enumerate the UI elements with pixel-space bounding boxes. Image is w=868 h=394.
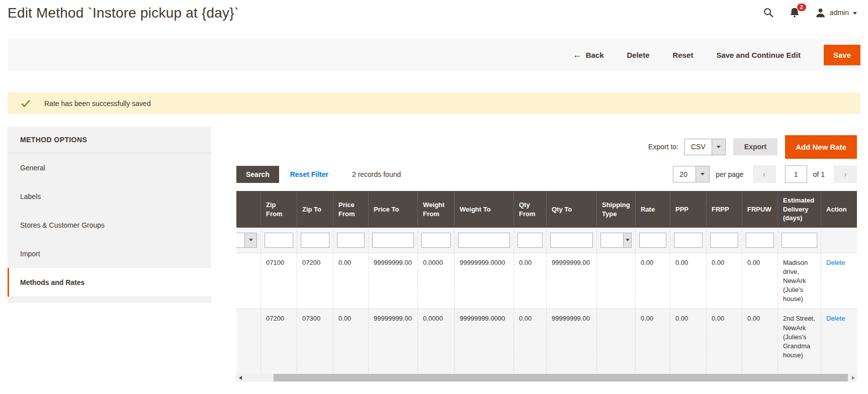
select-arrow-icon (696, 166, 709, 182)
filter-weight-to-input[interactable] (458, 233, 510, 248)
sidebar-item-import[interactable]: Import (8, 239, 211, 268)
method-options-sidebar: METHOD OPTIONS General Labels Stores & C… (8, 127, 211, 303)
table-header-row: State Zip From Zip To Price From Price T… (236, 191, 857, 228)
per-page-label: per page (716, 170, 743, 178)
records-found-text: 2 records found (352, 170, 401, 178)
sidebar-item-labels[interactable]: Labels (8, 182, 211, 211)
notification-count-badge: 2 (797, 4, 806, 11)
col-header-action[interactable]: Action (821, 191, 857, 228)
total-pages-label: of 1 (813, 170, 825, 178)
col-header-price-from[interactable]: Price From (333, 191, 369, 228)
delete-button[interactable]: Delete (627, 51, 650, 59)
grid-search-controls: Search Reset Filter 2 records found 20 p… (236, 165, 857, 183)
filter-qty-from-input[interactable] (517, 233, 543, 248)
save-button[interactable]: Save (824, 45, 860, 65)
export-button[interactable]: Export (733, 138, 777, 155)
table-row: 07100 07200 0.00 99999999.00 0.0000 9999… (236, 253, 857, 309)
col-header-frpp[interactable]: FRPP (707, 191, 742, 228)
sidebar-item-methods-and-rates[interactable]: Methods and Rates (8, 268, 211, 297)
scroll-right-arrow-icon[interactable] (850, 373, 856, 382)
reset-button[interactable]: Reset (673, 51, 693, 59)
back-arrow-icon: ← (573, 50, 582, 59)
search-icon[interactable] (763, 7, 774, 18)
col-header-shipping-type[interactable]: Shipping Type (597, 191, 636, 228)
page-actions-toolbar: ← Back Delete Reset Save and Continue Ed… (8, 39, 860, 71)
table-row: 07200 07300 0.00 99999999.00 0.0000 9999… (236, 309, 857, 374)
filter-state-select[interactable] (236, 233, 257, 248)
back-button[interactable]: ← Back (573, 50, 604, 59)
filter-frpuw-input[interactable] (746, 233, 774, 248)
notifications-bell-icon[interactable]: 2 (789, 7, 800, 18)
current-page-input[interactable] (785, 165, 807, 183)
filter-frpp-input[interactable] (710, 233, 738, 248)
filter-price-to-input[interactable] (372, 233, 414, 248)
horizontal-scrollbar[interactable] (236, 373, 857, 382)
user-avatar-icon (815, 8, 826, 18)
next-page-button[interactable]: › (834, 165, 857, 183)
export-to-label: Export to: (648, 143, 678, 151)
grid-search-button[interactable]: Search (236, 166, 279, 183)
chevron-left-icon: ‹ (763, 170, 765, 179)
select-arrow-icon (623, 233, 631, 247)
select-arrow-icon (712, 139, 725, 155)
filter-rate-input[interactable] (639, 233, 666, 248)
per-page-value: 20 (673, 166, 696, 182)
per-page-select[interactable]: 20 (673, 166, 710, 182)
save-and-continue-button[interactable]: Save and Continue Edit (716, 51, 801, 59)
filter-weight-from-input[interactable] (421, 233, 451, 248)
filter-qty-to-input[interactable] (550, 233, 593, 248)
chevron-down-icon (853, 12, 857, 15)
col-header-estimated-delivery[interactable]: Estimated Delivery (days) (778, 191, 821, 228)
col-header-frpuw[interactable]: FRPUW (742, 191, 778, 228)
col-header-qty-to[interactable]: Qty To (547, 191, 597, 228)
filter-price-from-input[interactable] (337, 233, 365, 248)
previous-page-button[interactable]: ‹ (753, 165, 776, 183)
delete-rate-link[interactable]: Delete (826, 315, 845, 322)
page-title: Edit Method `Instore pickup at {day}` (8, 5, 239, 21)
chevron-right-icon: › (844, 170, 846, 179)
col-header-zip-from[interactable]: Zip From (261, 191, 297, 228)
sidebar-footer-strip (8, 297, 211, 303)
filter-ppp-input[interactable] (674, 233, 703, 248)
export-format-select[interactable]: CSV (684, 139, 726, 155)
export-controls: Export to: CSV Export Add New Rate (648, 135, 857, 159)
reset-filter-link[interactable]: Reset Filter (290, 170, 328, 178)
success-message-text: Rate has been successfully saved (44, 100, 151, 108)
filter-estimated-delivery-input[interactable] (782, 233, 817, 248)
select-arrow-icon (244, 233, 256, 247)
col-header-weight-to[interactable]: Weight To (455, 191, 514, 228)
col-header-qty-from[interactable]: Qty From (514, 191, 547, 228)
col-header-zip-to[interactable]: Zip To (297, 191, 333, 228)
success-message: Rate has been successfully saved (8, 92, 860, 114)
filter-zip-from-input[interactable] (265, 233, 293, 248)
filter-shipping-type-select[interactable] (600, 233, 632, 248)
col-header-weight-from[interactable]: Weight From (418, 191, 455, 228)
page-header: Edit Method `Instore pickup at {day}` 2 (0, 0, 868, 31)
rates-table: State Zip From Zip To Price From Price T… (236, 191, 857, 374)
sidebar-item-general[interactable]: General (8, 153, 211, 182)
grid-scroll-viewport: State Zip From Zip To Price From Price T… (236, 191, 857, 374)
rates-grid: Export to: CSV Export Add New Rate Searc… (236, 127, 857, 383)
col-header-state[interactable]: State (236, 191, 261, 228)
export-format-value: CSV (685, 139, 712, 155)
col-header-price-to[interactable]: Price To (369, 191, 418, 228)
filter-row (236, 228, 857, 253)
col-header-rate[interactable]: Rate (636, 191, 670, 228)
edit-method-page: Edit Method `Instore pickup at {day}` 2 (0, 0, 868, 394)
filter-zip-to-input[interactable] (301, 233, 329, 248)
add-new-rate-button[interactable]: Add New Rate (785, 135, 857, 159)
sidebar-item-stores-customer-groups[interactable]: Stores & Customer Groups (8, 211, 211, 239)
scroll-left-arrow-icon[interactable] (237, 373, 243, 382)
grid-pagination: 20 per page ‹ of 1 › (673, 165, 857, 183)
sidebar-title: METHOD OPTIONS (8, 127, 211, 153)
delete-rate-link[interactable]: Delete (826, 259, 845, 266)
scrollbar-thumb[interactable] (274, 374, 848, 381)
admin-account-menu[interactable]: admin (815, 8, 857, 18)
col-header-ppp[interactable]: PPP (670, 191, 707, 228)
admin-username: admin (830, 9, 849, 17)
header-icons: 2 admin (763, 7, 857, 18)
success-check-icon (21, 100, 31, 108)
